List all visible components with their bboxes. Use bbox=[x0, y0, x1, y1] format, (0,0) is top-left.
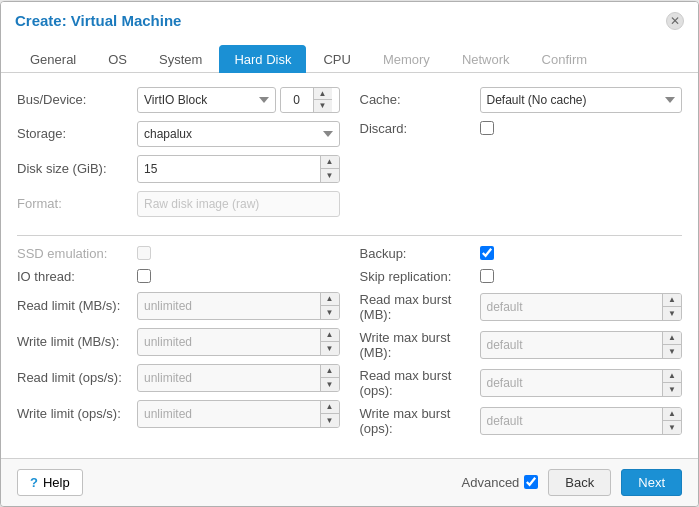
read-limit-mbs-up-btn[interactable]: ▲ bbox=[321, 293, 339, 306]
bottom-left: SSD emulation: IO thread: Read limit (MB… bbox=[17, 246, 340, 444]
bus-device-up-btn[interactable]: ▲ bbox=[314, 88, 332, 100]
io-thread-control bbox=[137, 269, 340, 283]
discard-control bbox=[480, 121, 683, 135]
close-button[interactable]: ✕ bbox=[666, 12, 684, 30]
disk-size-down-btn[interactable]: ▼ bbox=[321, 169, 339, 182]
io-thread-label: IO thread: bbox=[17, 269, 137, 284]
form-right: Cache: Default (No cache) Discard: bbox=[360, 87, 683, 225]
tab-cpu[interactable]: CPU bbox=[308, 45, 365, 73]
read-limit-ops-control: ▲ ▼ bbox=[137, 364, 340, 392]
format-label: Format: bbox=[17, 196, 137, 211]
bus-device-select[interactable]: VirtIO Block bbox=[137, 87, 276, 113]
bottom-right: Backup: Skip replication: Read max burst… bbox=[360, 246, 683, 444]
read-limit-mbs-wrap: ▲ ▼ bbox=[137, 292, 340, 320]
form-left: Bus/Device: VirtIO Block ▲ ▼ bbox=[17, 87, 340, 225]
format-row: Format: Raw disk image (raw) bbox=[17, 191, 340, 217]
read-limit-mbs-input[interactable] bbox=[138, 294, 320, 318]
storage-select[interactable]: chapalux bbox=[137, 121, 340, 147]
storage-label: Storage: bbox=[17, 126, 137, 141]
read-limit-ops-input[interactable] bbox=[138, 366, 320, 390]
disk-size-control: ▲ ▼ bbox=[137, 155, 340, 183]
read-limit-ops-down-btn[interactable]: ▼ bbox=[321, 378, 339, 391]
advanced-label[interactable]: Advanced bbox=[462, 475, 539, 490]
write-max-burst-mb-control: ▲ ▼ bbox=[480, 331, 683, 359]
read-max-burst-ops-label: Read max burst (ops): bbox=[360, 368, 480, 398]
write-limit-ops-up-btn[interactable]: ▲ bbox=[321, 401, 339, 414]
read-max-burst-mb-label: Read max burst (MB): bbox=[360, 292, 480, 322]
read-limit-ops-spinner: ▲ ▼ bbox=[320, 365, 339, 391]
read-max-burst-mb-down-btn[interactable]: ▼ bbox=[663, 307, 681, 320]
read-max-burst-mb-row: Read max burst (MB): ▲ ▼ bbox=[360, 292, 683, 322]
write-max-burst-mb-row: Write max burst (MB): ▲ ▼ bbox=[360, 330, 683, 360]
tab-system[interactable]: System bbox=[144, 45, 217, 73]
disk-size-wrap: ▲ ▼ bbox=[137, 155, 340, 183]
cache-label: Cache: bbox=[360, 92, 480, 107]
write-limit-mbs-input[interactable] bbox=[138, 330, 320, 354]
io-thread-checkbox[interactable] bbox=[137, 269, 151, 283]
storage-row: Storage: chapalux bbox=[17, 121, 340, 147]
write-max-burst-mb-input[interactable] bbox=[481, 333, 663, 357]
io-thread-row: IO thread: bbox=[17, 269, 340, 284]
read-max-burst-ops-spinner: ▲ ▼ bbox=[662, 370, 681, 396]
write-max-burst-ops-input[interactable] bbox=[481, 409, 663, 433]
next-button[interactable]: Next bbox=[621, 469, 682, 496]
tab-network[interactable]: Network bbox=[447, 45, 525, 73]
read-max-burst-mb-up-btn[interactable]: ▲ bbox=[663, 294, 681, 307]
write-max-burst-mb-wrap: ▲ ▼ bbox=[480, 331, 683, 359]
write-limit-ops-row: Write limit (ops/s): ▲ ▼ bbox=[17, 400, 340, 428]
read-max-burst-ops-input[interactable] bbox=[481, 371, 663, 395]
write-limit-ops-down-btn[interactable]: ▼ bbox=[321, 414, 339, 427]
tab-hard-disk[interactable]: Hard Disk bbox=[219, 45, 306, 73]
advanced-checkbox[interactable] bbox=[524, 475, 538, 489]
write-limit-ops-input[interactable] bbox=[138, 402, 320, 426]
write-limit-mbs-down-btn[interactable]: ▼ bbox=[321, 342, 339, 355]
bus-device-control: VirtIO Block ▲ ▼ bbox=[137, 87, 340, 113]
tab-os[interactable]: OS bbox=[93, 45, 142, 73]
discard-checkbox[interactable] bbox=[480, 121, 494, 135]
disk-size-label: Disk size (GiB): bbox=[17, 161, 137, 176]
read-max-burst-ops-wrap: ▲ ▼ bbox=[480, 369, 683, 397]
format-control: Raw disk image (raw) bbox=[137, 191, 340, 217]
bus-device-num-input[interactable] bbox=[281, 88, 313, 112]
write-limit-mbs-up-btn[interactable]: ▲ bbox=[321, 329, 339, 342]
tab-confirm[interactable]: Confirm bbox=[527, 45, 603, 73]
read-limit-mbs-label: Read limit (MB/s): bbox=[17, 298, 137, 313]
read-max-burst-ops-up-btn[interactable]: ▲ bbox=[663, 370, 681, 383]
write-limit-mbs-label: Write limit (MB/s): bbox=[17, 334, 137, 349]
write-max-burst-ops-up-btn[interactable]: ▲ bbox=[663, 408, 681, 421]
skip-replication-checkbox[interactable] bbox=[480, 269, 494, 283]
backup-checkbox[interactable] bbox=[480, 246, 494, 260]
back-button[interactable]: Back bbox=[548, 469, 611, 496]
write-limit-mbs-control: ▲ ▼ bbox=[137, 328, 340, 356]
tab-general[interactable]: General bbox=[15, 45, 91, 73]
back-label: Back bbox=[565, 475, 594, 490]
write-max-burst-ops-down-btn[interactable]: ▼ bbox=[663, 421, 681, 434]
read-max-burst-mb-spinner: ▲ ▼ bbox=[662, 294, 681, 320]
write-max-burst-mb-up-btn[interactable]: ▲ bbox=[663, 332, 681, 345]
bus-device-row: Bus/Device: VirtIO Block ▲ ▼ bbox=[17, 87, 340, 113]
cache-row: Cache: Default (No cache) bbox=[360, 87, 683, 113]
skip-replication-control bbox=[480, 269, 683, 283]
help-button[interactable]: ? Help bbox=[17, 469, 83, 496]
backup-row: Backup: bbox=[360, 246, 683, 261]
read-limit-ops-up-btn[interactable]: ▲ bbox=[321, 365, 339, 378]
bus-device-spinner: ▲ ▼ bbox=[280, 87, 340, 113]
bus-device-spinner-btns: ▲ ▼ bbox=[313, 88, 332, 112]
advanced-text: Advanced bbox=[462, 475, 520, 490]
bottom-section: SSD emulation: IO thread: Read limit (MB… bbox=[17, 246, 682, 444]
disk-size-up-btn[interactable]: ▲ bbox=[321, 156, 339, 169]
read-max-burst-ops-down-btn[interactable]: ▼ bbox=[663, 383, 681, 396]
discard-row: Discard: bbox=[360, 121, 683, 136]
cache-select[interactable]: Default (No cache) bbox=[480, 87, 683, 113]
write-limit-mbs-wrap: ▲ ▼ bbox=[137, 328, 340, 356]
ssd-checkbox[interactable] bbox=[137, 246, 151, 260]
read-max-burst-mb-input[interactable] bbox=[481, 295, 663, 319]
write-max-burst-mb-down-btn[interactable]: ▼ bbox=[663, 345, 681, 358]
bus-device-down-btn[interactable]: ▼ bbox=[314, 100, 332, 112]
write-limit-ops-label: Write limit (ops/s): bbox=[17, 406, 137, 421]
skip-replication-label: Skip replication: bbox=[360, 269, 480, 284]
create-vm-window: Create: Virtual Machine ✕ General OS Sys… bbox=[0, 1, 699, 507]
tab-memory[interactable]: Memory bbox=[368, 45, 445, 73]
disk-size-input[interactable] bbox=[138, 157, 320, 181]
read-limit-mbs-down-btn[interactable]: ▼ bbox=[321, 306, 339, 319]
